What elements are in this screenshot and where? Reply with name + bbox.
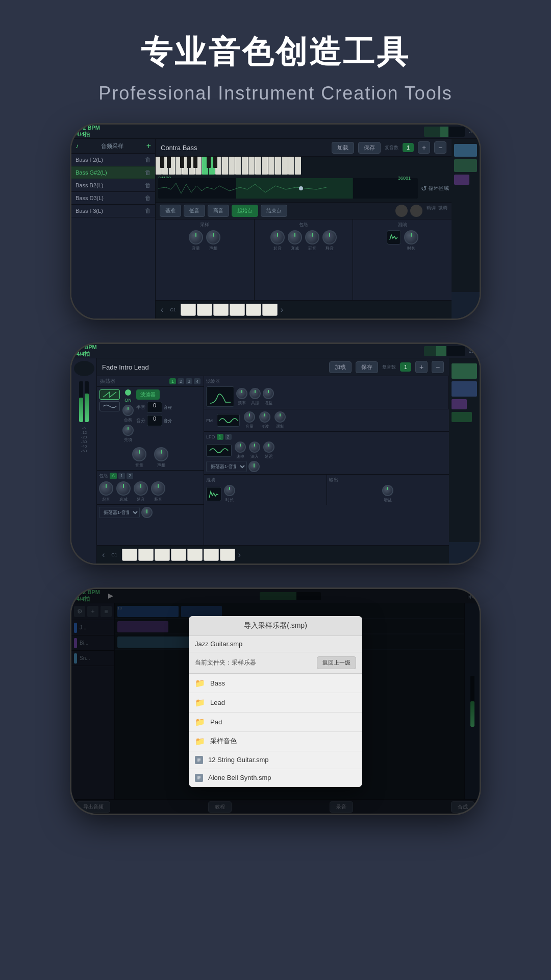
lfo-delay-knob[interactable] [263,442,274,453]
duration-knob[interactable] [404,230,418,244]
env-tab-a[interactable]: A [110,473,117,479]
dialog-folder-lead[interactable]: 📁 Lead [189,693,362,713]
osc-tab-1[interactable]: 1 [169,378,176,384]
key-f[interactable] [230,304,245,316]
phone2-minus-btn[interactable]: − [432,361,444,373]
delete-icon-3[interactable]: 🗑 [145,194,151,202]
pan-knob[interactable] [206,230,220,244]
phone2-key-a[interactable] [204,549,219,561]
dialog-file-guitar[interactable]: 12 String Guitar.smp [189,751,362,769]
phone1-plus-btn[interactable]: + [418,141,430,154]
sample-item-1[interactable]: Bass G#2(L) 🗑 [71,166,155,179]
fm-vol-knob[interactable] [244,411,255,423]
micro-tune-knob[interactable] [410,205,422,217]
sample-item-2[interactable]: Bass B2(L) 🗑 [71,179,155,192]
lfo-tab-1[interactable]: 1 [217,434,223,440]
phone1-piano-area[interactable] [156,157,452,175]
key-g[interactable] [246,304,261,316]
lfo-rate-knob[interactable] [235,442,246,453]
phone2-nav-prev[interactable]: ‹ [99,550,107,559]
fm-tune-knob[interactable] [274,411,286,423]
env-decay-knob[interactable] [116,481,131,496]
fm-wave-knob[interactable] [259,411,270,423]
key-a[interactable] [262,304,278,316]
delete-icon-4[interactable]: 🗑 [145,207,151,214]
dialog-folder-bass[interactable]: 📁 Bass [189,674,362,693]
phone1-load-btn[interactable]: 加载 [332,142,354,154]
ctrl-end[interactable]: 结束点 [261,205,287,217]
phone1-right-strip [452,139,480,318]
key-d[interactable] [197,304,212,316]
phone2-key-g[interactable] [187,549,203,561]
wave-saw[interactable] [99,389,120,400]
reverb-dur-knob[interactable] [224,485,235,496]
semitone-input[interactable]: 0 [147,402,162,413]
ctrl-bass[interactable]: 低音 [184,205,205,217]
resonance-knob[interactable] [249,388,261,399]
lfo-tab-2[interactable]: 2 [225,434,232,440]
dialog-file-bell[interactable]: Alone Bell Synth.smp [189,769,362,787]
output-gain-knob[interactable] [382,485,393,496]
sample-item-3[interactable]: Bass D3(L) 🗑 [71,192,155,205]
release-knob[interactable] [322,230,337,244]
combine-knob[interactable] [122,405,134,416]
lfo-mod-knob[interactable] [248,461,260,472]
lfo-depth-knob[interactable] [249,442,260,453]
mod1-knob[interactable] [141,507,153,518]
priority-knob[interactable] [122,425,134,436]
dialog-folder-pad[interactable]: 📁 Pad [189,713,362,732]
sample-item-0[interactable]: Bass F2(L) 🗑 [71,154,155,166]
phone2-key-d[interactable] [138,549,154,561]
phone2-plus-btn[interactable]: + [415,361,428,373]
lfo-mod-select[interactable]: 振荡器1-音量 [206,461,247,472]
osc-tab-3[interactable]: 3 [186,378,192,384]
key-e[interactable] [213,304,229,316]
dialog-back-btn[interactable]: 返回上一级 [317,656,356,669]
phone2-counter: 21 [469,348,474,354]
attack-knob[interactable] [270,230,285,244]
mod1-select[interactable]: 振荡器1-音量 [99,507,140,518]
phone1-minus-btn[interactable]: − [434,141,446,154]
osc-volume-knob[interactable] [132,447,146,461]
delete-icon-0[interactable]: 🗑 [145,156,151,163]
decay-knob[interactable] [288,230,302,244]
ctrl-basic[interactable]: 基准 [160,205,181,217]
volume-knob[interactable] [189,230,203,244]
fine-tune-knob[interactable] [395,205,408,217]
delete-icon-1[interactable]: 🗑 [145,169,151,176]
master-knob[interactable] [74,361,94,376]
phone2-key-e[interactable] [155,549,170,561]
freq-knob[interactable] [236,388,247,399]
phone2-key-c[interactable] [122,549,137,561]
ctrl-start[interactable]: 起始点 [232,205,258,217]
env-release-knob[interactable] [151,481,165,496]
phone1-add-sample-btn[interactable]: + [146,141,151,151]
phone2-key-b[interactable] [220,549,235,561]
delete-icon-2[interactable]: 🗑 [145,182,151,189]
wave-filter-btn[interactable]: 波滤器 [136,389,160,400]
phone2-nav-next[interactable]: › [236,550,243,559]
env-tab-2[interactable]: 2 [127,473,133,479]
phone1-save-btn[interactable]: 保存 [358,142,381,154]
wave-sine[interactable] [99,401,120,411]
nav-next-btn[interactable]: › [278,305,286,314]
phone2-load-btn[interactable]: 加载 [329,361,352,373]
dialog-input[interactable]: Jazz Guitar.smp [189,636,362,652]
gain-knob[interactable] [263,388,274,399]
key-c[interactable] [181,304,196,316]
env-sustain-knob[interactable] [134,481,148,496]
env-tab-1[interactable]: 1 [118,473,125,479]
nav-prev-btn[interactable]: ‹ [158,305,166,314]
phone2-save-btn[interactable]: 保存 [356,361,378,373]
ctrl-treble[interactable]: 高音 [208,205,229,217]
osc-tab-4[interactable]: 4 [194,378,201,384]
waveform-display[interactable] [158,178,418,199]
osc-pan-knob[interactable] [154,447,168,461]
sample-item-4[interactable]: Bass F3(L) 🗑 [71,205,155,217]
dialog-folder-samples[interactable]: 📁 采样音色 [189,732,362,751]
sustain-knob[interactable] [305,230,319,244]
phone2-key-f[interactable] [171,549,186,561]
osc-tab-2[interactable]: 2 [178,378,184,384]
cent-input[interactable]: 0 [147,415,162,426]
env-attack-knob[interactable] [99,481,113,496]
